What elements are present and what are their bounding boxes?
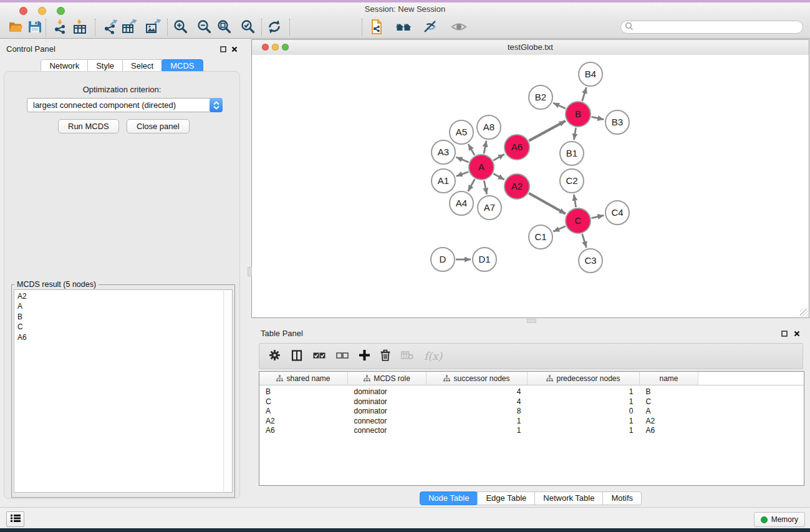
network-canvas[interactable]: AA1A2A3A4A5A6A7A8BB1B2B3B4CC1C2C3C4DD1: [252, 55, 809, 317]
tab-motifs[interactable]: Motifs: [602, 491, 642, 505]
graph-edge-C-C1[interactable]: [553, 226, 566, 232]
graph-edge-B-B3[interactable]: [592, 117, 604, 119]
memory-button[interactable]: Memory: [754, 512, 805, 527]
export-image-icon: [145, 19, 161, 35]
list-item[interactable]: C: [17, 322, 220, 332]
graph-node-label: A4: [456, 198, 467, 208]
function-builder-button[interactable]: f(x): [424, 349, 442, 363]
add-column-button[interactable]: [359, 349, 370, 363]
floppy-disk-icon: [27, 19, 43, 35]
export-image-button[interactable]: [143, 17, 162, 37]
search-field[interactable]: [620, 21, 803, 34]
graph-edge-A2-C[interactable]: [529, 193, 566, 214]
export-network-button[interactable]: [101, 17, 120, 37]
show-hide-details-button[interactable]: [450, 17, 468, 37]
table-toolbar: f(x): [259, 343, 803, 369]
table-tabs: Node TableEdge TableNetwork TableMotifs: [251, 491, 810, 505]
toolbar-separator: [167, 19, 168, 36]
table-row[interactable]: Cdominator41C: [259, 397, 804, 407]
close-panel-icon[interactable]: [230, 45, 239, 54]
graph-edge-A-A8[interactable]: [484, 141, 486, 154]
close-table-panel-icon[interactable]: [793, 329, 801, 338]
delete-table-button[interactable]: [401, 349, 413, 363]
zoom-selected-button[interactable]: [239, 17, 258, 37]
toolbar-separator: [95, 19, 95, 36]
import-table-button[interactable]: [70, 17, 89, 37]
tab-network-table[interactable]: Network Table: [534, 491, 603, 505]
graph-edge-A6-B[interactable]: [529, 121, 565, 141]
column-header-shared-name[interactable]: shared name: [259, 372, 348, 385]
splitter-grip-horizontal[interactable]: [527, 319, 536, 323]
resize-grip-icon[interactable]: [800, 309, 808, 317]
table-row[interactable]: A2connector11A2: [259, 417, 804, 427]
graph-node-label: C1: [534, 231, 546, 242]
graph-edge-A-A6[interactable]: [493, 154, 504, 160]
import-network-button[interactable]: [51, 17, 70, 37]
close-network-button[interactable]: [262, 44, 269, 51]
graph-edge-C-C2[interactable]: [574, 195, 576, 208]
graph-edge-A-A7[interactable]: [484, 181, 486, 195]
splitter-grip-vertical[interactable]: [248, 267, 252, 276]
graph-edge-A-A2[interactable]: [493, 174, 504, 180]
refresh-view-button[interactable]: [265, 17, 284, 37]
list-item[interactable]: A: [17, 301, 220, 311]
save-session-button[interactable]: [26, 17, 44, 37]
show-column-button[interactable]: [291, 349, 302, 363]
column-header-predecessor-nodes[interactable]: predecessor nodes: [528, 372, 640, 385]
graph-edge-A-A4[interactable]: [468, 179, 475, 191]
task-history-button[interactable]: [6, 511, 24, 527]
home-button[interactable]: [394, 17, 413, 37]
graph-edge-C-C3[interactable]: [582, 234, 587, 248]
toolbar-separator: [46, 19, 46, 36]
zoom-out-button[interactable]: [195, 17, 214, 37]
graph-edge-A-A3[interactable]: [456, 157, 468, 162]
list-item[interactable]: A6: [17, 332, 220, 342]
zoom-network-button[interactable]: [282, 44, 289, 51]
search-input[interactable]: [635, 22, 799, 32]
column-header-name[interactable]: name: [640, 372, 698, 385]
graph-edge-A-A1[interactable]: [456, 172, 469, 176]
graph-edge-B-B1[interactable]: [574, 128, 576, 140]
minimize-network-button[interactable]: [272, 44, 279, 51]
document-network-icon: [369, 19, 385, 35]
list-item[interactable]: A2: [17, 291, 220, 301]
tab-node-table[interactable]: Node Table: [420, 491, 478, 505]
delete-table-icon: [401, 351, 413, 362]
float-table-panel-icon[interactable]: [780, 329, 789, 338]
optimization-select[interactable]: largest connected component (directed): [27, 98, 223, 112]
network-from-document-button[interactable]: [368, 17, 387, 37]
zoom-fit-button[interactable]: [215, 17, 234, 37]
export-table-button[interactable]: [120, 17, 138, 37]
settings-gear-button[interactable]: [269, 349, 281, 363]
delete-column-button[interactable]: [380, 349, 390, 363]
graph-node-label: B4: [585, 69, 596, 79]
table-row[interactable]: Bdominator41B: [259, 385, 804, 397]
unselect-all-button[interactable]: [336, 349, 349, 363]
graph-edge-A-A5[interactable]: [468, 144, 475, 155]
zoom-in-icon: [173, 19, 189, 35]
list-item[interactable]: B: [17, 312, 220, 322]
graph-edge-B-B4[interactable]: [582, 87, 587, 101]
namespace-icon: [276, 374, 286, 383]
open-folder-icon: [8, 19, 24, 35]
run-mcds-button[interactable]: Run MCDS: [58, 119, 119, 133]
column-header-successor-nodes[interactable]: successor nodes: [427, 372, 528, 385]
open-session-button[interactable]: [7, 17, 26, 37]
column-header-mcds-role[interactable]: MCDS role: [348, 372, 427, 385]
tab-edge-table[interactable]: Edge Table: [477, 491, 535, 505]
graph-node-label: A1: [438, 175, 449, 186]
namespace-icon: [364, 374, 374, 383]
zoom-in-button[interactable]: [171, 17, 190, 37]
select-all-button[interactable]: [313, 349, 325, 363]
toggle-graphics-details-button[interactable]: [421, 17, 440, 37]
graph-node-label: A5: [456, 127, 467, 137]
graph-edge-C-C4[interactable]: [592, 215, 604, 218]
close-panel-button[interactable]: Close panel: [127, 119, 190, 133]
list-scrollbar[interactable]: [223, 290, 232, 492]
float-panel-icon[interactable]: [219, 45, 228, 54]
graph-edge-B-B2[interactable]: [553, 103, 566, 109]
table-row[interactable]: A6connector11A6: [259, 426, 804, 436]
graph-node-label: A8: [483, 122, 494, 132]
table-row[interactable]: Adominator80A: [259, 407, 804, 417]
select-stepper-icon[interactable]: [210, 98, 223, 112]
